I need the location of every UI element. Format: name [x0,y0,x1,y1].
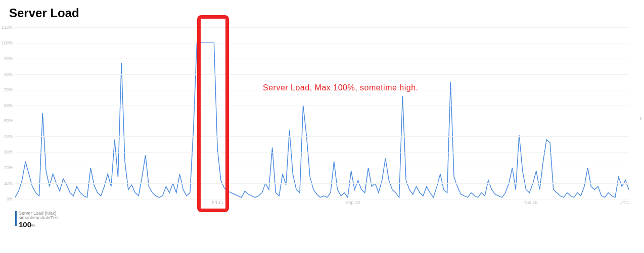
x-axis-right-label: UTC [620,200,629,205]
plot-area [15,27,629,199]
y-tick: 50% [4,118,13,123]
legend-unit: % [31,223,35,228]
y-tick: 70% [4,87,13,92]
gridline [15,121,629,121]
chart-title: Server Load [9,6,644,20]
y-tick: 80% [4,72,13,77]
gridline [15,74,629,75]
x-tick: Sep 10 [345,200,360,205]
y-tick: 100% [2,40,13,45]
legend-resource-name: simonlemaiha/vTest [19,216,59,220]
gridline [15,106,629,106]
gridline [15,59,629,59]
y-axis: 0%10%20%30%40%50%60%70%80%90%100%110% [0,27,15,199]
chart-container: 0%10%20%30%40%50%60%70%80%90%100%110% [15,27,629,199]
y-tick: 90% [4,56,13,61]
y-tick: 20% [4,165,13,170]
y-tick: 60% [4,103,13,108]
y-tick: 40% [4,134,13,139]
legend: Server Load (Max) simonlemaiha/vTest 100… [15,211,644,229]
annotation-text: Server Load, Max 100%, sometime high. [263,83,419,92]
legend-value: 100 [19,220,31,229]
gridline [15,136,629,137]
legend-color-bar [15,211,17,226]
y-tick: 10% [4,181,13,186]
x-tick: Tue 15 [524,200,538,205]
chart-svg [15,27,629,199]
gridline [15,152,629,153]
y-tick: 30% [4,149,13,155]
x-axis: UTC Fri 11Sep 10Tue 15 [15,200,629,207]
y-tick: 110% [2,25,13,30]
gridline [15,183,629,184]
gridline [15,43,629,43]
gridline [15,27,629,28]
x-tick: Fri 11 [212,200,223,205]
y-tick: 0% [7,196,13,201]
gridline [15,199,629,199]
scroll-right-icon[interactable]: › [639,114,642,123]
gridline [15,168,629,168]
series-line [15,43,629,197]
